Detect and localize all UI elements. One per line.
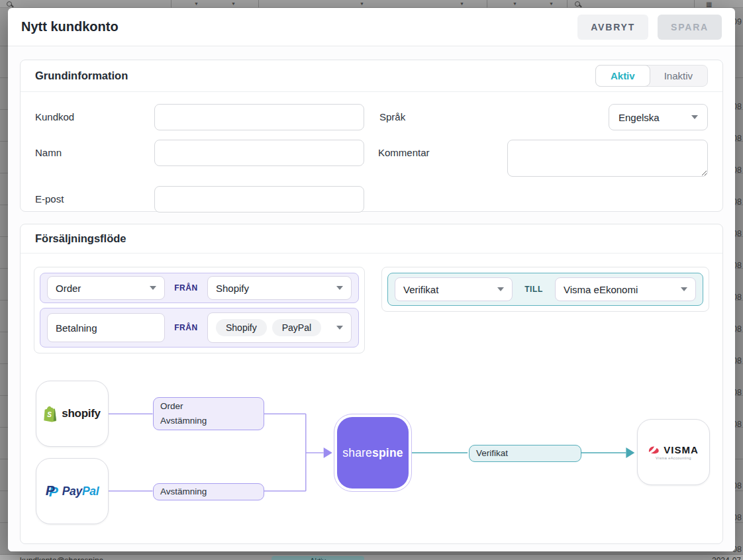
paypal-node: PP PayPal <box>36 458 109 524</box>
language-value: Engelska <box>619 112 691 123</box>
flow-diagram: S shopify PP PayPal Order Avstäm <box>34 373 709 536</box>
email-input[interactable] <box>154 186 364 212</box>
new-customer-modal: Nytt kundkonto AVBRYT SPARA Grundinforma… <box>8 8 735 551</box>
grid-view-icon: ▦ <box>706 1 712 8</box>
column-divider <box>171 0 172 8</box>
voucher-target-value: Visma eEkonomi <box>564 284 681 295</box>
name-input[interactable] <box>154 140 364 166</box>
background-row-date: 2024-07 <box>712 556 741 560</box>
column-divider <box>567 0 568 8</box>
chevron-down-icon: ▼ <box>549 1 554 6</box>
direction-from-label: FRÅN <box>172 283 201 293</box>
edge-label-verifikat: Verifikat <box>469 445 581 462</box>
chevron-down-icon: ▼ <box>460 1 464 6</box>
filter-icon: ▼ <box>513 1 517 6</box>
language-label: Språk <box>379 104 509 130</box>
chevron-down-icon <box>497 287 504 291</box>
name-label: Namn <box>35 140 154 166</box>
visma-node: VISMA Visma eAccounting <box>637 419 710 485</box>
modal-body: Grundinformation Aktiv Inaktiv Kundkod S… <box>8 46 735 551</box>
outbound-flow-box: Verifikat TILL Visma eEkonomi <box>381 267 709 312</box>
filter-icon: ▼ <box>194 1 199 6</box>
sales-flow-title: Försäljningsflöde <box>35 232 126 245</box>
shopify-node: S shopify <box>36 381 109 447</box>
column-divider <box>258 0 259 8</box>
direction-from-label: FRÅN <box>172 323 201 332</box>
email-label: E-post <box>35 186 154 212</box>
edge-avstamning-text: Avstämning <box>160 414 257 428</box>
visma-wordmark: VISMA <box>664 444 699 455</box>
comment-label: Kommentar <box>378 140 507 177</box>
modal-header: Nytt kundkonto AVBRYT SPARA <box>8 8 735 46</box>
status-toggle: Aktiv Inaktiv <box>595 65 708 87</box>
customer-code-label: Kundkod <box>35 104 154 130</box>
search-icon <box>7 1 12 7</box>
basic-info-title: Grundinformation <box>35 70 128 82</box>
edge-order-text: Order <box>160 399 257 414</box>
toggle-inactive[interactable]: Inaktiv <box>650 66 707 86</box>
basic-info-card: Grundinformation Aktiv Inaktiv Kundkod S… <box>20 60 723 212</box>
shopify-wordmark: shopify <box>62 407 100 420</box>
flow-row-payment: Betalning FRÅN Shopify PayPal <box>40 308 359 348</box>
svg-text:S: S <box>48 410 52 418</box>
sharespine-node: sharespine <box>334 414 412 492</box>
payment-type-value: Betalning <box>56 322 156 334</box>
voucher-type-value: Verifikat <box>403 284 497 295</box>
search-icon <box>575 1 580 7</box>
status-badge: Aktiv <box>272 556 364 560</box>
edge-label-order-avstamning: Order Avstämning <box>153 397 264 430</box>
save-button[interactable]: SPARA <box>658 15 722 40</box>
edge-verifikat-text: Verifikat <box>476 448 508 458</box>
sharespine-wordmark: sharespine <box>337 417 409 489</box>
paypal-icon: PP <box>46 483 59 500</box>
order-source-select[interactable]: Shopify <box>207 276 352 300</box>
filter-icon: ▼ <box>360 1 364 6</box>
order-source-value: Shopify <box>216 283 336 294</box>
toggle-active[interactable]: Aktiv <box>595 65 650 87</box>
column-divider <box>694 0 695 8</box>
flow-row-voucher: Verifikat TILL Visma eEkonomi <box>387 273 703 306</box>
visma-subtext: Visma eAccounting <box>656 456 691 460</box>
chevron-down-icon <box>150 286 156 290</box>
order-type-select[interactable]: Order <box>47 276 165 300</box>
edge-label-avstamning: Avstämning <box>153 483 264 500</box>
flow-row-order: Order FRÅN Shopify <box>40 273 359 303</box>
modal-title: Nytt kundkonto <box>21 19 577 34</box>
payment-type-input[interactable]: Betalning <box>47 313 165 342</box>
basic-info-body: Kundkod Språk Engelska <box>21 92 722 232</box>
sales-flow-header: Försäljningsflöde <box>21 224 722 254</box>
chevron-down-icon <box>691 115 698 119</box>
voucher-target-select[interactable]: Visma eEkonomi <box>555 277 696 301</box>
chevron-down-icon <box>681 287 687 291</box>
cancel-button[interactable]: AVBRYT <box>577 15 648 40</box>
background-table-row: kundkonto@sharespine Aktiv 2024-07 <box>0 555 743 560</box>
comment-textarea[interactable] <box>507 140 708 177</box>
voucher-type-select[interactable]: Verifikat <box>395 277 513 301</box>
visma-icon <box>648 445 660 454</box>
chevron-down-icon: ▼ <box>231 1 236 6</box>
column-divider <box>487 0 487 8</box>
order-type-value: Order <box>56 283 150 294</box>
basic-info-header: Grundinformation Aktiv Inaktiv <box>21 60 722 92</box>
inbound-flow-box: Order FRÅN Shopify Betalning F <box>34 267 365 353</box>
shopify-icon: S <box>44 406 58 422</box>
customer-code-input[interactable] <box>154 104 364 130</box>
background-filter-row: ▼ ▼ ▼ ▼ ▼ ▼ ▦ <box>0 0 743 8</box>
background-row-text: kundkonto@sharespine <box>20 556 103 560</box>
flow-config-area: Order FRÅN Shopify Betalning F <box>21 254 722 353</box>
edge-avstamning-text: Avstämning <box>160 487 207 496</box>
direction-till-label: TILL <box>519 285 548 294</box>
chevron-down-icon <box>336 286 343 290</box>
language-select[interactable]: Engelska <box>609 104 708 130</box>
source-chip-shopify: Shopify <box>216 319 267 336</box>
chevron-down-icon <box>336 326 343 330</box>
paypal-wordmark: PayPal <box>62 485 99 498</box>
source-chip-paypal: PayPal <box>272 319 321 336</box>
sales-flow-card: Försäljningsflöde Order FRÅN Shopify <box>20 224 723 544</box>
payment-source-select[interactable]: Shopify PayPal <box>207 312 352 343</box>
